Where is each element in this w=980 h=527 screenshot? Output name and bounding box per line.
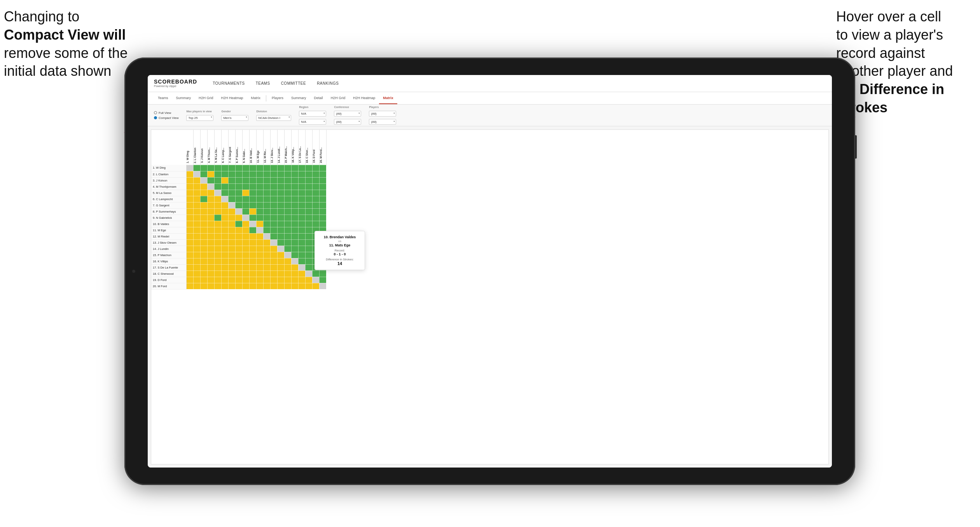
matrix-cell[interactable] bbox=[221, 196, 228, 202]
matrix-cell[interactable] bbox=[186, 258, 193, 264]
matrix-cell[interactable] bbox=[298, 196, 305, 202]
table-row[interactable]: 1. W Ding bbox=[151, 165, 326, 171]
matrix-cell[interactable] bbox=[200, 246, 207, 252]
matrix-cell[interactable] bbox=[291, 202, 298, 208]
matrix-cell[interactable] bbox=[284, 258, 291, 264]
matrix-cell[interactable] bbox=[277, 215, 284, 221]
matrix-cell[interactable] bbox=[200, 190, 207, 196]
matrix-cell[interactable] bbox=[242, 283, 249, 289]
matrix-cell[interactable] bbox=[193, 283, 200, 289]
matrix-cell[interactable] bbox=[207, 171, 214, 177]
matrix-cell[interactable] bbox=[200, 227, 207, 233]
matrix-cell[interactable] bbox=[200, 196, 207, 202]
table-row[interactable]: 10. B Valdes bbox=[151, 221, 326, 227]
matrix-cell[interactable] bbox=[312, 283, 319, 289]
table-row[interactable]: 9. N Gabrielick bbox=[151, 215, 326, 221]
matrix-cell[interactable] bbox=[249, 277, 256, 283]
matrix-cell[interactable] bbox=[221, 202, 228, 208]
matrix-cell[interactable] bbox=[256, 208, 263, 215]
matrix-cell[interactable] bbox=[249, 221, 256, 227]
gender-select[interactable]: Men's bbox=[221, 115, 248, 121]
matrix-cell[interactable] bbox=[235, 277, 242, 283]
matrix-cell[interactable] bbox=[263, 283, 270, 289]
matrix-cell[interactable] bbox=[221, 208, 228, 215]
matrix-cell[interactable] bbox=[270, 239, 277, 246]
table-row[interactable]: 5. M La Sasso bbox=[151, 190, 326, 196]
matrix-cell[interactable] bbox=[305, 258, 312, 264]
matrix-cell[interactable] bbox=[207, 196, 214, 202]
matrix-cell[interactable] bbox=[193, 270, 200, 277]
matrix-cell[interactable] bbox=[186, 165, 193, 171]
matrix-cell[interactable] bbox=[214, 252, 221, 258]
matrix-cell[interactable] bbox=[256, 196, 263, 202]
matrix-cell[interactable] bbox=[277, 227, 284, 233]
matrix-cell[interactable] bbox=[186, 252, 193, 258]
matrix-cell[interactable] bbox=[207, 252, 214, 258]
matrix-cell[interactable] bbox=[284, 252, 291, 258]
matrix-cell[interactable] bbox=[291, 233, 298, 239]
matrix-cell[interactable] bbox=[305, 202, 312, 208]
matrix-cell[interactable] bbox=[235, 196, 242, 202]
matrix-cell[interactable] bbox=[263, 202, 270, 208]
matrix-cell[interactable] bbox=[249, 196, 256, 202]
matrix-cell[interactable] bbox=[228, 233, 235, 239]
matrix-cell[interactable] bbox=[256, 190, 263, 196]
tab-h2h-grid-right[interactable]: H2H Grid bbox=[327, 92, 349, 104]
matrix-cell[interactable] bbox=[312, 171, 319, 177]
matrix-cell[interactable] bbox=[200, 258, 207, 264]
region-select2[interactable]: N/A bbox=[299, 119, 326, 125]
matrix-cell[interactable] bbox=[214, 239, 221, 246]
matrix-cell[interactable] bbox=[200, 183, 207, 190]
matrix-cell[interactable] bbox=[200, 177, 207, 183]
matrix-cell[interactable] bbox=[319, 202, 326, 208]
matrix-cell[interactable] bbox=[249, 183, 256, 190]
radio-compact-view[interactable]: Compact View bbox=[154, 116, 178, 120]
matrix-cell[interactable] bbox=[298, 215, 305, 221]
matrix-cell[interactable] bbox=[312, 165, 319, 171]
matrix-cell[interactable] bbox=[193, 196, 200, 202]
matrix-cell[interactable] bbox=[284, 221, 291, 227]
matrix-cell[interactable] bbox=[305, 233, 312, 239]
matrix-cell[interactable] bbox=[242, 177, 249, 183]
table-row[interactable]: 18. C Sherwood bbox=[151, 270, 326, 277]
matrix-cell[interactable] bbox=[214, 171, 221, 177]
matrix-cell[interactable] bbox=[277, 246, 284, 252]
matrix-cell[interactable] bbox=[186, 221, 193, 227]
matrix-cell[interactable] bbox=[214, 215, 221, 221]
matrix-cell[interactable] bbox=[277, 277, 284, 283]
matrix-cell[interactable] bbox=[256, 215, 263, 221]
matrix-cell[interactable] bbox=[193, 246, 200, 252]
matrix-cell[interactable] bbox=[193, 190, 200, 196]
matrix-cell[interactable] bbox=[207, 208, 214, 215]
matrix-cell[interactable] bbox=[277, 196, 284, 202]
matrix-cell[interactable] bbox=[200, 215, 207, 221]
matrix-cell[interactable] bbox=[235, 233, 242, 239]
matrix-cell[interactable] bbox=[291, 227, 298, 233]
matrix-cell[interactable] bbox=[242, 233, 249, 239]
matrix-cell[interactable] bbox=[249, 239, 256, 246]
table-row[interactable]: 11. M Ege bbox=[151, 227, 326, 233]
matrix-cell[interactable] bbox=[186, 277, 193, 283]
matrix-cell[interactable] bbox=[277, 171, 284, 177]
matrix-cell[interactable] bbox=[291, 165, 298, 171]
matrix-cell[interactable] bbox=[242, 277, 249, 283]
matrix-cell[interactable] bbox=[235, 270, 242, 277]
matrix-cell[interactable] bbox=[221, 227, 228, 233]
matrix-cell[interactable] bbox=[277, 283, 284, 289]
matrix-cell[interactable] bbox=[186, 233, 193, 239]
matrix-cell[interactable] bbox=[242, 221, 249, 227]
matrix-cell[interactable] bbox=[193, 227, 200, 233]
matrix-cell[interactable] bbox=[305, 165, 312, 171]
table-row[interactable]: 2. L Clanton bbox=[151, 171, 326, 177]
table-row[interactable]: 17. S De La Fuente bbox=[151, 264, 326, 270]
matrix-cell[interactable] bbox=[284, 233, 291, 239]
matrix-cell[interactable] bbox=[298, 202, 305, 208]
matrix-cell[interactable] bbox=[200, 233, 207, 239]
matrix-cell[interactable] bbox=[305, 177, 312, 183]
matrix-cell[interactable] bbox=[298, 270, 305, 277]
matrix-area[interactable]: 1. W Ding 2. L Clanton 3. J Koivun 4. M … bbox=[151, 129, 829, 464]
matrix-cell[interactable] bbox=[242, 252, 249, 258]
matrix-cell[interactable] bbox=[221, 177, 228, 183]
matrix-cell[interactable] bbox=[235, 202, 242, 208]
matrix-cell[interactable] bbox=[263, 258, 270, 264]
